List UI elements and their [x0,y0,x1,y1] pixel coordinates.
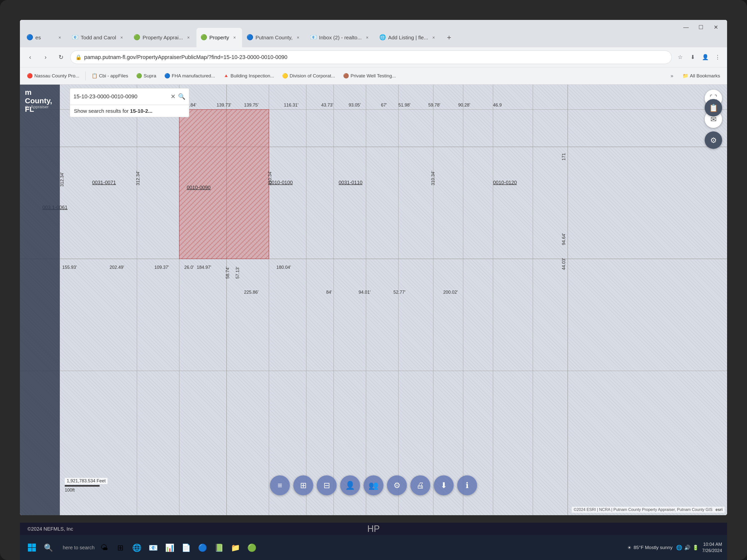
taskbar-chrome[interactable]: 🌐 [130,540,144,555]
info-toolbar-btn[interactable]: ℹ [457,475,477,495]
taskbar-clock[interactable]: 10:04 AM 7/26/2024 [702,541,722,554]
folder-icon: 📁 [682,73,689,79]
taskbar-excel[interactable]: 📗 [212,540,226,555]
bookmark-well[interactable]: 🟤 Private Well Testing... [340,72,399,80]
bookmark-cbi[interactable]: 📋 Cbi - appFiles [88,72,131,80]
profile-icon[interactable]: 👤 [700,52,711,63]
menu-icon[interactable]: ⋮ [712,52,723,63]
tab-close-3[interactable]: × [185,34,192,41]
svg-text:94.64': 94.64' [561,233,566,245]
minimize-button[interactable]: — [680,22,692,32]
bookmark-all[interactable]: 📁 All Bookmarks [679,72,723,80]
svg-text:139.75': 139.75' [244,103,259,108]
tab-label-7: Add Listing | fle... [388,34,428,41]
reload-button[interactable]: ↻ [55,51,67,63]
layers-button[interactable]: ⚙ [705,131,722,149]
svg-text:43.73': 43.73' [321,103,333,108]
svg-text:57.13': 57.13' [235,267,240,279]
bookmark-division[interactable]: 🟡 Division of Corporat... [279,72,338,80]
svg-text:312.34': 312.34' [135,171,140,186]
svg-rect-20 [179,109,269,259]
menu-toolbar-btn[interactable]: ≡ [270,475,290,495]
start-button[interactable] [25,540,39,555]
person-toolbar-btn[interactable]: 👤 [340,475,360,495]
layers-toolbar-btn[interactable]: ⊞ [293,475,313,495]
volume-icon[interactable]: 🔊 [684,544,691,551]
tab-property-active[interactable]: 🟢 Property × [197,28,242,47]
bookmark-building[interactable]: 🔺 Building Inspection... [220,72,277,80]
download-icon[interactable]: ⬇ [687,52,698,63]
print-toolbar-btn[interactable]: 🖨 [410,475,430,495]
tab-close-5[interactable]: × [294,34,302,41]
bookmark-label-1: Nassau County Pro... [34,73,79,79]
search-dropdown[interactable]: Show search results for 15-10-2... [70,105,189,117]
tab-inbox[interactable]: 📧 Inbox (2) - realto... × [306,28,375,47]
battery-icon[interactable]: 🔋 [693,544,699,551]
taskbar-outlook[interactable]: 📧 [147,540,160,555]
taskbar-powerpoint[interactable]: 📊 [163,540,177,555]
svg-text:0031-0110: 0031-0110 [339,180,363,185]
tab-favicon-6: 📧 [310,34,317,41]
scale-100ft-label: 100ft [65,487,108,493]
bookmark-label-6: Division of Corporat... [290,73,335,79]
weather-info: ☀ 85°F Mostly sunny [627,545,673,551]
taskbar-widgets[interactable]: 🌤 [97,540,111,555]
svg-text:310.34': 310.34' [431,171,436,186]
taskbar-search[interactable]: here to search [63,545,95,551]
notes-button[interactable]: 📋 [705,99,722,116]
taskbar-search-icon[interactable]: 🔍 [41,540,55,555]
network-icon[interactable]: 🌐 [676,544,682,551]
taskbar-word[interactable]: 📄 [179,540,193,555]
settings-toolbar-btn[interactable]: ⚙ [387,475,407,495]
map-area[interactable]: 104.65' 34.19' 138.84' 138.84' 139.73' 1… [20,85,727,515]
tab-prop-appraiser[interactable]: 🟢 Property Apprai... × [129,28,196,47]
tab-close-2[interactable]: × [118,34,125,41]
bookmark-fha[interactable]: 🔵 FHA manufactured... [161,72,218,80]
svg-rect-62 [32,543,36,547]
taskbar-search2[interactable]: 🟢 [245,540,259,555]
search-clear-icon[interactable]: ✕ [171,93,176,100]
map-bottom-toolbar: ≡ ⊞ ⊟ 👤 👥 ⚙ 🖨 ⬇ ℹ [270,475,477,495]
tab-todd[interactable]: 📧 Todd and Carol × [68,28,129,47]
svg-text:184.97': 184.97' [197,265,211,270]
bookmark-separator-1 [85,72,86,80]
time-display: 10:04 AM [702,541,722,548]
tab-close-6[interactable]: × [364,34,371,41]
search-go-icon[interactable]: 🔍 [178,93,185,100]
scale-ruler [65,485,100,486]
forward-button[interactable]: › [39,51,52,63]
restore-button[interactable]: ☐ [695,22,707,32]
bookmark-nassau[interactable]: 🔴 Nassau County Pro... [24,72,82,80]
tab-label-5: Putnam County, [256,34,292,41]
close-button[interactable]: ✕ [710,22,722,32]
address-bar[interactable]: 🔒 pamap.putnam-fl.gov/PropertyAppraiserP… [70,51,672,64]
taskbar-files[interactable]: 📁 [229,540,242,555]
more-bookmarks-icon[interactable]: » [667,71,677,81]
download-toolbar-btn[interactable]: ⬇ [434,475,454,495]
back-button[interactable]: ‹ [24,51,36,63]
tab-close-1[interactable]: × [56,34,63,41]
tab-add-listing[interactable]: 🌐 Add Listing | fle... × [375,28,441,47]
search-input[interactable] [74,93,168,100]
svg-text:180.04': 180.04' [276,265,291,270]
taskbar-task-view[interactable]: ⊞ [113,540,128,555]
tab-close-4[interactable]: × [231,34,238,41]
bookmark-supra[interactable]: 🟢 Supra [133,72,159,80]
svg-text:59.78': 59.78' [428,103,440,108]
search-box[interactable]: ✕ 🔍 [70,88,189,105]
new-tab-button[interactable]: + [441,28,457,47]
address-actions: ☆ ⬇ 👤 ⋮ [675,52,723,63]
lock-icon: 🔒 [75,54,82,60]
taskbar-right: ☀ 85°F Mostly sunny 🌐 🔊 🔋 10:04 AM 7/26/… [627,541,722,554]
bookmark-star-icon[interactable]: ☆ [675,52,686,63]
apps-toolbar-btn[interactable]: ⊟ [317,475,337,495]
tab-label-3: Property Apprai... [143,34,183,41]
taskbar-search-text: here to search [63,545,95,551]
url-text: pamap.putnam-fl.gov/PropertyAppraiserPub… [84,54,667,60]
weather-icon: ☀ [627,545,632,551]
taskbar-edge[interactable]: 🔵 [196,540,210,555]
tab-putnam[interactable]: 🔵 Putnam County, × [242,28,306,47]
group-toolbar-btn[interactable]: 👥 [364,475,383,495]
tab-es[interactable]: 🔵 es × [22,28,67,47]
tab-close-7[interactable]: × [430,34,437,41]
